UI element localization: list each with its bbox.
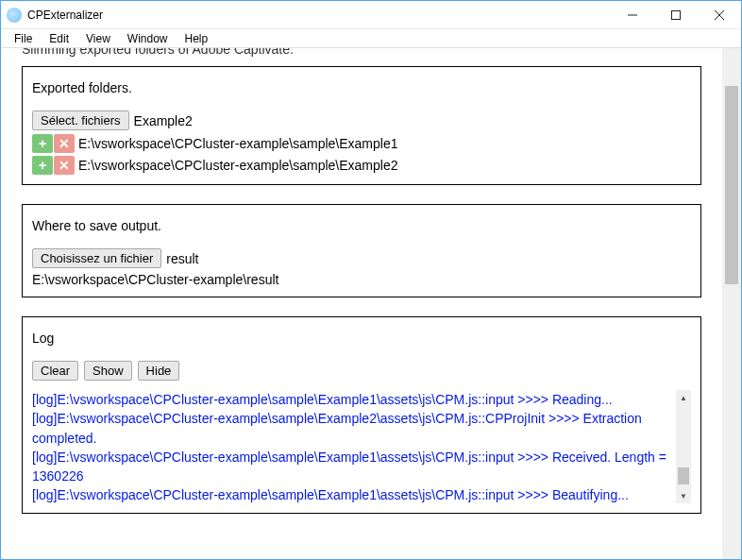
exported-folders-panel: Exported folders. Sélect. fichiers Examp…	[22, 66, 701, 185]
plus-icon: +	[39, 159, 46, 172]
scroll-up-icon: ▲	[676, 390, 691, 405]
log-line: [log]E:\vsworkspace\CPCluster-example\sa…	[32, 390, 670, 409]
menu-edit[interactable]: Edit	[42, 30, 76, 47]
remove-file-button[interactable]: ✕	[54, 134, 75, 153]
x-icon: ✕	[59, 137, 70, 150]
file-row: + ✕ E:\vsworkspace\CPCluster-example\sam…	[32, 156, 691, 175]
add-file-button[interactable]: +	[32, 156, 53, 175]
scroll-down-icon: ▼	[676, 488, 691, 503]
minimize-button[interactable]	[611, 1, 654, 28]
log-clear-button[interactable]: Clear	[32, 361, 78, 381]
add-file-button[interactable]: +	[32, 134, 53, 153]
file-path: E:\vsworkspace\CPCluster-example\sample\…	[78, 158, 397, 173]
menu-file[interactable]: File	[7, 30, 40, 47]
choose-file-button[interactable]: Choisissez un fichier	[32, 248, 161, 268]
log-line: [log]E:\vsworkspace\CPCluster-example\sa…	[32, 409, 670, 448]
log-scrollbar[interactable]: ▲ ▼	[676, 390, 691, 503]
svg-rect-1	[672, 10, 681, 19]
main-scroll-thumb[interactable]	[725, 86, 738, 284]
app-icon	[7, 8, 22, 23]
file-path: E:\vsworkspace\CPCluster-example\sample\…	[78, 136, 397, 151]
content-area: Slimming exported folders of Adobe Capti…	[1, 48, 722, 559]
window-title: CPExternalizer	[27, 8, 611, 22]
x-icon: ✕	[59, 159, 70, 172]
minimize-icon	[628, 10, 637, 20]
maximize-button[interactable]	[654, 1, 698, 28]
log-panel: Log Clear Show Hide [log]E:\vsworkspace\…	[22, 316, 701, 514]
log-line: [log]E:\vsworkspace\CPCluster-example\sa…	[32, 485, 670, 503]
menu-view[interactable]: View	[78, 30, 118, 47]
log-line: [log]E:\vsworkspace\CPCluster-example\sa…	[32, 448, 670, 486]
log-output: [log]E:\vsworkspace\CPCluster-example\sa…	[32, 390, 670, 503]
close-icon	[715, 10, 724, 20]
maximize-icon	[671, 10, 681, 20]
output-panel: Where to save output. Choisissez un fich…	[22, 204, 701, 297]
select-files-button[interactable]: Sélect. fichiers	[32, 110, 129, 130]
log-scroll-thumb[interactable]	[678, 467, 689, 484]
remove-file-button[interactable]: ✕	[54, 156, 75, 175]
page-subtitle-cutoff: Slimming exported folders of Adobe Capti…	[22, 48, 701, 57]
file-row: + ✕ E:\vsworkspace\CPCluster-example\sam…	[32, 134, 691, 153]
menubar: File Edit View Window Help	[1, 29, 741, 48]
log-hide-button[interactable]: Hide	[138, 361, 180, 381]
window-controls	[611, 1, 741, 28]
chosen-file-name: result	[166, 251, 198, 266]
output-label: Where to save output.	[32, 218, 691, 233]
log-show-button[interactable]: Show	[84, 361, 132, 381]
plus-icon: +	[39, 137, 46, 150]
log-label: Log	[32, 331, 691, 346]
menu-window[interactable]: Window	[120, 30, 176, 47]
exported-folders-label: Exported folders.	[32, 80, 691, 95]
menu-help[interactable]: Help	[177, 30, 216, 47]
selected-file-name: Example2	[134, 113, 193, 128]
titlebar: CPExternalizer	[1, 1, 741, 29]
output-path: E:\vsworkspace\CPCluster-example\result	[32, 272, 691, 287]
close-button[interactable]	[698, 1, 741, 28]
main-scrollbar[interactable]	[722, 48, 741, 559]
